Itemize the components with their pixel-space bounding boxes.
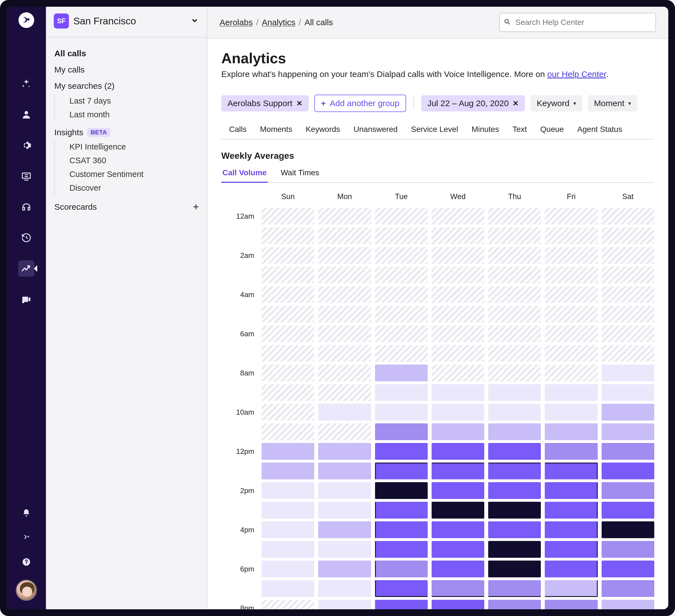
heatmap-cell[interactable] — [261, 286, 314, 303]
heatmap-cell[interactable] — [375, 424, 428, 440]
subtab-call-volume[interactable]: Call Volume — [221, 166, 268, 183]
metric-tab[interactable]: Queue — [540, 125, 564, 134]
heatmap-cell[interactable] — [261, 325, 314, 342]
heatmap-cell[interactable] — [375, 521, 428, 538]
heatmap-cell[interactable] — [488, 286, 541, 303]
heatmap-cell[interactable] — [261, 365, 314, 381]
heatmap-cell[interactable] — [375, 404, 428, 420]
heatmap-cell[interactable] — [318, 541, 371, 558]
breadcrumb-aerolabs[interactable]: Aerolabs — [220, 18, 253, 27]
heatmap-cell[interactable] — [545, 266, 597, 283]
heatmap-cell[interactable] — [432, 560, 484, 578]
heatmap-cell[interactable] — [375, 266, 428, 283]
heatmap-cell[interactable] — [318, 384, 371, 401]
filter-date-chip[interactable]: Jul 22 – Aug 20, 2020 ✕ — [421, 95, 525, 111]
heatmap-cell[interactable] — [318, 365, 371, 381]
user-avatar[interactable] — [16, 580, 37, 601]
metric-tab[interactable]: Minutes — [472, 125, 499, 134]
heatmap-cell[interactable] — [261, 463, 314, 479]
bell-icon[interactable] — [19, 506, 33, 520]
heatmap-cell[interactable] — [261, 306, 314, 322]
heatmap-cell[interactable] — [432, 424, 484, 440]
heatmap-cell[interactable] — [375, 482, 428, 499]
heatmap-cell[interactable] — [545, 424, 597, 440]
subtab-wait-times[interactable]: Wait Times — [280, 166, 320, 182]
heatmap-cell[interactable] — [318, 306, 371, 322]
screen-share-icon[interactable] — [18, 168, 34, 184]
heatmap-cell[interactable] — [318, 404, 371, 420]
heatmap-cell[interactable] — [602, 286, 654, 303]
heatmap-cell[interactable] — [261, 600, 314, 609]
heatmap-cell[interactable] — [602, 404, 654, 420]
heatmap-cell[interactable] — [375, 443, 428, 460]
metric-tab[interactable]: Service Level — [411, 125, 458, 134]
heatmap-cell[interactable] — [432, 482, 484, 499]
help-icon[interactable] — [19, 555, 33, 569]
heatmap-cell[interactable] — [488, 521, 541, 538]
heatmap-cell[interactable] — [261, 404, 314, 420]
heatmap-cell[interactable] — [318, 580, 371, 597]
heatmap-cell[interactable] — [432, 502, 484, 519]
heatmap-cell[interactable] — [488, 580, 541, 597]
metric-tab[interactable]: Agent Status — [577, 125, 622, 134]
heatmap-cell[interactable] — [602, 325, 654, 342]
heatmap-cell[interactable] — [545, 443, 597, 460]
heatmap-cell[interactable] — [602, 208, 654, 225]
plus-icon[interactable]: + — [193, 201, 199, 213]
sidebar-insight-item[interactable]: CSAT 360 — [69, 154, 207, 167]
heatmap-cell[interactable] — [545, 560, 597, 578]
person-icon[interactable] — [18, 106, 34, 123]
heatmap-cell[interactable] — [318, 286, 371, 303]
heatmap-cell[interactable] — [545, 227, 597, 244]
heatmap-cell[interactable] — [432, 521, 484, 538]
workspace-selector[interactable]: SF San Francisco — [46, 7, 207, 37]
heatmap-cell[interactable] — [488, 424, 541, 440]
heatmap-cell[interactable] — [318, 247, 371, 264]
heatmap-cell[interactable] — [261, 227, 314, 244]
sidebar-insights[interactable]: Insights BETA — [46, 122, 207, 140]
heatmap-cell[interactable] — [375, 345, 428, 362]
history-icon[interactable] — [18, 230, 34, 246]
heatmap-cell[interactable] — [261, 443, 314, 460]
heatmap-cell[interactable] — [545, 541, 597, 558]
heatmap-cell[interactable] — [545, 247, 597, 264]
video-settings-icon[interactable] — [18, 291, 34, 307]
heatmap-cell[interactable] — [602, 345, 654, 362]
heatmap-cell[interactable] — [545, 404, 597, 420]
heatmap-cell[interactable] — [488, 384, 541, 401]
heatmap-cell[interactable] — [488, 227, 541, 244]
heatmap-cell[interactable] — [261, 580, 314, 597]
heatmap-cell[interactable] — [602, 482, 654, 499]
heatmap-cell[interactable] — [432, 384, 484, 401]
heatmap-cell[interactable] — [432, 541, 484, 558]
headset-icon[interactable] — [18, 199, 34, 215]
heatmap-cell[interactable] — [318, 208, 371, 225]
heatmap-cell[interactable] — [375, 227, 428, 244]
heatmap-cell[interactable] — [488, 306, 541, 322]
heatmap-cell[interactable] — [602, 227, 654, 244]
heatmap-cell[interactable] — [261, 424, 314, 440]
heatmap-cell[interactable] — [488, 345, 541, 362]
heatmap-cell[interactable] — [432, 463, 484, 479]
heatmap-cell[interactable] — [545, 482, 597, 499]
heatmap-cell[interactable] — [261, 345, 314, 362]
heatmap-cell[interactable] — [432, 325, 484, 342]
heatmap-cell[interactable] — [488, 266, 541, 283]
heatmap-cell[interactable] — [488, 560, 541, 578]
heatmap-cell[interactable] — [602, 443, 654, 460]
heatmap-cell[interactable] — [602, 502, 654, 519]
heatmap-cell[interactable] — [488, 502, 541, 519]
sidebar-search-item[interactable]: Last month — [69, 108, 207, 122]
heatmap-cell[interactable] — [318, 600, 371, 609]
heatmap-cell[interactable] — [545, 580, 597, 597]
heatmap-cell[interactable] — [261, 521, 314, 538]
analytics-icon[interactable] — [18, 260, 34, 277]
metric-tab[interactable]: Text — [513, 125, 527, 134]
heatmap-cell[interactable] — [318, 443, 371, 460]
heatmap-cell[interactable] — [432, 345, 484, 362]
heatmap-cell[interactable] — [375, 600, 428, 609]
heatmap-cell[interactable] — [318, 463, 371, 479]
heatmap-cell[interactable] — [261, 384, 314, 401]
help-center-link[interactable]: our Help Center — [547, 69, 606, 79]
heatmap-cell[interactable] — [545, 521, 597, 538]
